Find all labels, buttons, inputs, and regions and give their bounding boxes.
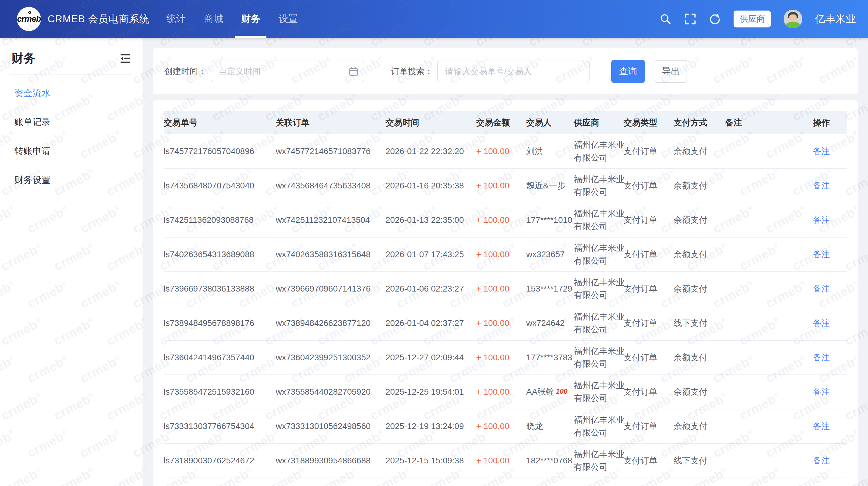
cell-action: 备注 <box>796 134 846 169</box>
cell-remark <box>725 340 796 375</box>
cell-trader: 魏近&一步 <box>526 169 574 203</box>
collapse-sidebar-icon[interactable] <box>120 54 130 63</box>
supplier-name: 福州亿丰米业有限公司 <box>574 345 627 370</box>
trader-name: 153****1729 <box>526 284 572 293</box>
table-row: ls745772176057040896 wx74577214657108377… <box>164 134 846 169</box>
cell-supplier: 福州亿丰米业有限公司 <box>574 169 624 203</box>
cell-pay-method: 余额支付 <box>674 237 725 272</box>
search-icon[interactable] <box>659 13 672 25</box>
cell-type: 支付订单 <box>624 169 674 203</box>
cell-trade-no: ls740263654313689088 <box>164 237 276 272</box>
cell-amount: + 100.00 <box>476 272 526 306</box>
table-row: ls731890030762524672 wx73188993095486668… <box>164 444 846 478</box>
remark-link[interactable]: 备注 <box>813 353 830 362</box>
trader-name: 魏近&一步 <box>526 181 566 190</box>
cell-action: 备注 <box>796 444 846 478</box>
funds-flow-table-card: 交易单号 关联订单 交易时间 交易金额 交易人 供应商 交易类型 支付方式 备注… <box>153 100 858 486</box>
table-row: ls742511362093088768 wx74251123210741350… <box>164 203 846 237</box>
cell-amount: + 100.00 <box>476 375 526 409</box>
app-title: CRMEB 会员电商系统 <box>48 12 150 26</box>
cell-amount: + 100.00 <box>476 237 526 272</box>
cell-trader: 刘洪 <box>526 134 574 169</box>
col-header-pay-method: 支付方式 <box>674 111 725 134</box>
supplier-name: 福州亿丰米业有限公司 <box>574 310 627 336</box>
cell-pay-method: 余额支付 <box>674 169 725 203</box>
table-body: ls745772176057040896 wx74577214657108377… <box>164 134 846 478</box>
table-row: ls735585472515932160 wx73558544028270592… <box>164 375 846 409</box>
navbar-right-tools: 供应商 亿丰米业 <box>659 0 856 38</box>
cell-supplier: 福州亿丰米业有限公司 <box>574 340 624 375</box>
cell-amount: + 100.00 <box>476 169 526 203</box>
remark-link[interactable]: 备注 <box>813 387 830 396</box>
cell-supplier: 福州亿丰米业有限公司 <box>574 306 624 340</box>
col-header-amount: 交易金额 <box>476 111 526 134</box>
cell-amount: + 100.00 <box>476 444 526 478</box>
cell-time: 2025-12-27 02:09:44 <box>385 340 476 375</box>
cell-type: 支付订单 <box>624 272 674 306</box>
user-avatar[interactable] <box>784 10 802 28</box>
cell-trade-no: ls735585472515932160 <box>164 375 276 409</box>
refresh-icon[interactable] <box>709 13 721 25</box>
col-header-action: 操作 <box>796 111 846 134</box>
supplier-name: 福州亿丰米业有限公司 <box>574 207 627 233</box>
top-menu-tab[interactable]: 设置 <box>270 0 307 38</box>
cell-type: 支付订单 <box>624 306 674 340</box>
remark-link[interactable]: 备注 <box>813 318 830 328</box>
table-row: ls740263654313689088 wx74026358831631564… <box>164 237 846 272</box>
supplier-name: 福州亿丰米业有限公司 <box>574 276 627 302</box>
table-row: ls743568480707543040 wx74356846473563340… <box>164 169 846 203</box>
top-menu: 统计 商城 财务 设置 <box>157 0 307 38</box>
cell-order-no: wx738948426623877120 <box>276 306 385 340</box>
cell-time: 2026-01-16 20:35:38 <box>385 169 476 203</box>
role-badge: 供应商 <box>734 10 771 27</box>
cell-trader: AA张铨100 <box>526 375 574 409</box>
sidebar-menu-item[interactable]: 账单记录 <box>0 108 143 136</box>
sidebar-menu-item-label: 资金流水 <box>14 88 51 98</box>
fullscreen-icon[interactable] <box>684 13 696 25</box>
cell-pay-method: 线下支付 <box>674 444 725 478</box>
date-range-input[interactable] <box>211 61 364 82</box>
cell-trader: 182****0768 <box>526 444 574 478</box>
remark-link[interactable]: 备注 <box>813 250 830 259</box>
remark-link[interactable]: 备注 <box>813 181 830 190</box>
cell-time: 2026-01-06 02:23:27 <box>385 272 476 306</box>
logo-text: crmeb <box>17 14 41 24</box>
cell-trader: wx323657 <box>526 237 574 272</box>
cell-action: 备注 <box>796 237 846 272</box>
remark-link[interactable]: 备注 <box>813 284 830 293</box>
cell-supplier: 福州亿丰米业有限公司 <box>574 203 624 237</box>
cell-trader: 177****1010 <box>526 203 574 237</box>
cell-pay-method: 余额支付 <box>674 272 725 306</box>
sidebar-menu-item[interactable]: 转账申请 <box>0 136 143 165</box>
export-button[interactable]: 导出 <box>655 60 687 83</box>
table-row: ls736042414967357440 wx73604239925130035… <box>164 340 846 375</box>
cell-pay-method: 余额支付 <box>674 340 725 375</box>
cell-supplier: 福州亿丰米业有限公司 <box>574 237 624 272</box>
remark-link[interactable]: 备注 <box>813 456 830 465</box>
cell-supplier: 福州亿丰米业有限公司 <box>574 409 624 444</box>
cell-amount: + 100.00 <box>476 134 526 169</box>
order-search-input[interactable] <box>437 61 590 82</box>
remark-link[interactable]: 备注 <box>813 147 830 156</box>
cell-trade-no: ls738948495678898176 <box>164 306 276 340</box>
cell-amount: + 100.00 <box>476 203 526 237</box>
cell-time: 2025-12-19 13:24:09 <box>385 409 476 444</box>
top-menu-tab[interactable]: 商城 <box>195 0 232 38</box>
top-menu-tab[interactable]: 统计 <box>157 0 195 38</box>
sidebar-menu-item[interactable]: 财务设置 <box>0 165 143 194</box>
remark-link[interactable]: 备注 <box>813 422 830 431</box>
username[interactable]: 亿丰米业 <box>815 12 856 26</box>
cell-remark <box>725 169 796 203</box>
cell-trade-no: ls739669738036133888 <box>164 272 276 306</box>
cell-order-no: wx736042399251300352 <box>276 340 385 375</box>
avatar-shirt <box>786 22 800 28</box>
sidebar-menu-item[interactable]: 资金流水 <box>0 79 143 108</box>
cell-trade-no: ls733313037766754304 <box>164 409 276 444</box>
trader-name: 177****1010 <box>526 215 572 224</box>
top-menu-tab[interactable]: 财务 <box>232 0 270 38</box>
remark-link[interactable]: 备注 <box>813 215 830 224</box>
col-header-trade-no: 交易单号 <box>164 111 276 134</box>
query-button[interactable]: 查询 <box>611 60 645 83</box>
funds-flow-table: 交易单号 关联订单 交易时间 交易金额 交易人 供应商 交易类型 支付方式 备注… <box>164 111 846 478</box>
cell-remark <box>725 375 796 409</box>
